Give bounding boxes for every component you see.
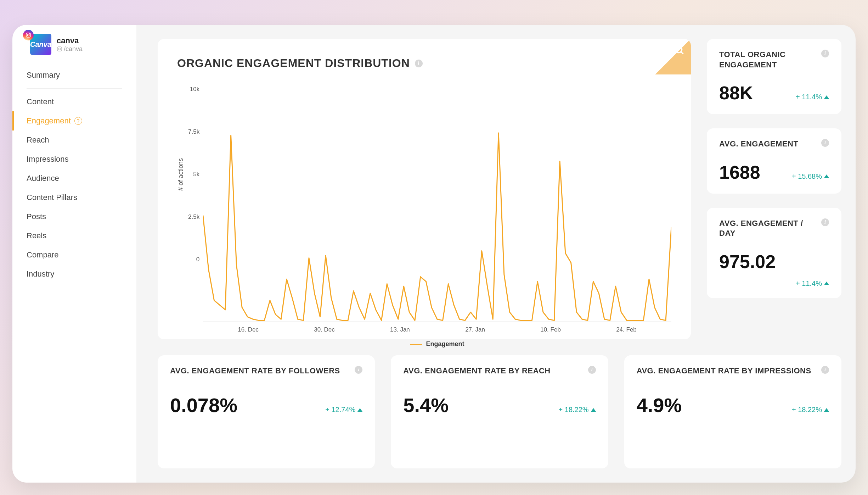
stat-value: 5.4% (403, 394, 449, 417)
up-arrow-icon (591, 408, 596, 412)
stat-avg-engagement-day: AVG. ENGAGEMENT / DAY i 975.02 + 11.4% (707, 208, 841, 298)
svg-point-4 (58, 48, 60, 50)
zoom-corner-button[interactable] (655, 39, 691, 74)
sidebar-item-content-pillars[interactable]: Content Pillars (12, 188, 136, 207)
y-ticks: 10k 7.5k 5k 2.5k 0 (188, 86, 203, 263)
svg-rect-3 (57, 47, 62, 51)
app-window: Canva canva /canva Summary Content Engag… (12, 25, 856, 483)
sidebar-item-content[interactable]: Content (12, 92, 136, 111)
instagram-badge-icon (23, 30, 34, 40)
info-icon[interactable]: i (355, 366, 362, 374)
stats-bottom-row: AVG. ENGAGEMENT RATE BY FOLLOWERS i 0.07… (158, 355, 841, 468)
info-icon[interactable]: i (415, 60, 423, 67)
stats-right-column: TOTAL ORGANIC ENGAGEMENT i 88K + 11.4% A… (707, 39, 841, 339)
stat-delta: + 18.22% (559, 406, 596, 414)
stat-total-organic-engagement: TOTAL ORGANIC ENGAGEMENT i 88K + 11.4% (707, 39, 841, 114)
info-icon[interactable]: i (821, 218, 829, 226)
sidebar-item-impressions[interactable]: Impressions (12, 150, 136, 169)
search-icon (674, 45, 685, 56)
sidebar: Canva canva /canva Summary Content Engag… (12, 25, 136, 483)
x-ticks: 16. Dec 30. Dec 13. Jan 27. Jan 10. Feb … (203, 326, 671, 333)
info-icon[interactable]: i (821, 50, 829, 57)
stat-value: 0.078% (170, 394, 237, 417)
chart-title: ORGANIC ENGAGEMENT DISTRIBUTION i (177, 57, 671, 70)
up-arrow-icon (824, 95, 829, 99)
up-arrow-icon (357, 408, 362, 412)
stat-avg-engagement: AVG. ENGAGEMENT i 1688 + 15.68% (707, 128, 841, 194)
stat-value: 1688 (719, 162, 760, 183)
sidebar-item-posts[interactable]: Posts (12, 207, 136, 226)
chart-area: # of actions 10k 7.5k 5k 2.5k 0 16. Dec … (177, 86, 671, 263)
svg-point-1 (27, 34, 29, 36)
stat-title: AVG. ENGAGEMENT RATE BY IMPRESSIONS (637, 366, 811, 376)
stat-title: AVG. ENGAGEMENT (719, 139, 798, 149)
sidebar-item-industry[interactable]: Industry (12, 265, 136, 284)
up-arrow-icon (824, 282, 829, 285)
sidebar-item-audience[interactable]: Audience (12, 169, 136, 188)
stat-title: AVG. ENGAGEMENT RATE BY REACH (403, 366, 550, 376)
sidebar-nav: Summary Content Engagement ? Reach Impre… (12, 64, 136, 285)
instagram-small-icon (57, 46, 62, 52)
svg-line-6 (681, 52, 683, 54)
y-axis-label: # of actions (177, 158, 185, 191)
stat-eng-rate-impressions: AVG. ENGAGEMENT RATE BY IMPRESSIONS i 4.… (624, 355, 841, 468)
sidebar-item-engagement[interactable]: Engagement ? (12, 111, 136, 130)
sidebar-item-label: Engagement (27, 116, 71, 126)
chart-legend: —— Engagement (203, 340, 671, 348)
chart-card: ORGANIC ENGAGEMENT DISTRIBUTION i # of a… (158, 39, 691, 339)
stat-title: AVG. ENGAGEMENT / DAY (719, 218, 821, 239)
stat-eng-rate-followers: AVG. ENGAGEMENT RATE BY FOLLOWERS i 0.07… (158, 355, 375, 468)
sidebar-item-summary[interactable]: Summary (12, 66, 136, 85)
stat-delta: + 18.22% (792, 406, 829, 414)
profile-handle: /canva (57, 45, 83, 53)
stat-delta: + 11.4% (719, 279, 829, 288)
stat-title: AVG. ENGAGEMENT RATE BY FOLLOWERS (170, 366, 340, 376)
stat-value: 975.02 (719, 251, 829, 272)
profile-name: canva (57, 36, 83, 45)
help-icon[interactable]: ? (74, 117, 82, 125)
stat-eng-rate-reach: AVG. ENGAGEMENT RATE BY REACH i 5.4% + 1… (391, 355, 608, 468)
sidebar-item-reels[interactable]: Reels (12, 226, 136, 245)
stat-delta: + 15.68% (792, 172, 829, 180)
stat-value: 4.9% (637, 394, 682, 417)
up-arrow-icon (824, 408, 829, 412)
legend-line-icon: —— (410, 340, 422, 347)
info-icon[interactable]: i (821, 139, 829, 147)
stat-delta: + 11.4% (796, 93, 829, 101)
divider (27, 88, 122, 89)
stat-value: 88K (719, 82, 753, 104)
svg-point-2 (29, 34, 30, 34)
info-icon[interactable]: i (588, 366, 596, 374)
sidebar-item-compare[interactable]: Compare (12, 245, 136, 265)
main-content: ORGANIC ENGAGEMENT DISTRIBUTION i # of a… (136, 25, 856, 483)
stat-delta: + 12.74% (325, 406, 362, 414)
info-icon[interactable]: i (821, 366, 829, 374)
sidebar-item-reach[interactable]: Reach (12, 130, 136, 150)
stat-title: TOTAL ORGANIC ENGAGEMENT (719, 50, 821, 70)
up-arrow-icon (824, 174, 829, 178)
svg-point-5 (675, 46, 682, 53)
chart-plot[interactable] (203, 86, 671, 322)
